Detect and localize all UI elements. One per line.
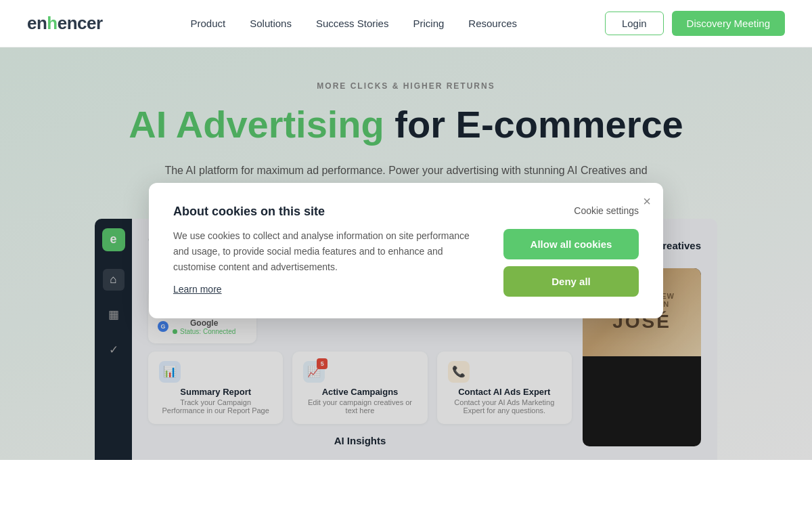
nav-product[interactable]: Product [191,18,226,29]
logo[interactable]: enhencer [27,13,103,34]
main-wrapper: MORE CLICKS & HIGHER RETURNS AI Advertis… [0,47,812,460]
nav-success-stories[interactable]: Success Stories [316,18,389,29]
logo-text: enhencer [27,13,103,34]
cookie-settings-link[interactable]: Cookie settings [574,205,639,216]
cookie-overlay: × About cookies on this site We use cook… [0,47,812,460]
cookie-modal-right: Cookie settings Allow all cookies Deny a… [503,205,639,297]
nav-actions: Login Discovery Meeting [605,11,785,36]
cookie-modal-title: About cookies on this site [173,205,476,219]
cookie-modal-left: About cookies on this site We use cookie… [173,205,476,297]
nav-resources[interactable]: Resources [468,18,517,29]
nav-solutions[interactable]: Solutions [250,18,292,29]
deny-all-button[interactable]: Deny all [503,266,639,297]
allow-all-cookies-button[interactable]: Allow all cookies [503,229,639,259]
cookie-learn-more-link[interactable]: Learn more [173,284,222,295]
cookie-close-button[interactable]: × [643,194,651,209]
nav-pricing[interactable]: Pricing [413,18,444,29]
navbar: enhencer Product Solutions Success Stori… [0,0,812,47]
cookie-modal: × About cookies on this site We use cook… [149,183,663,318]
nav-links: Product Solutions Success Stories Pricin… [191,18,518,29]
login-button[interactable]: Login [605,12,664,35]
discovery-meeting-button[interactable]: Discovery Meeting [672,11,785,36]
cookie-modal-body: We use cookies to collect and analyse in… [173,228,476,275]
